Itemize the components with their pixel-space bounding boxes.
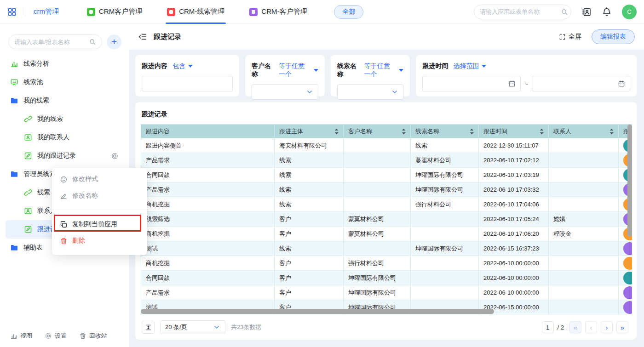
table-row[interactable]: 产品需求线索蔓霍材料公司2022-06-10 17:02:12 (141, 153, 632, 168)
filter-text-input[interactable] (142, 76, 233, 91)
collapse-sidebar-icon[interactable] (138, 32, 147, 41)
sort-icon[interactable] (334, 128, 339, 135)
workspace-title[interactable]: crm管理 (34, 7, 59, 16)
edit-report-button[interactable]: 编辑报表 (592, 29, 635, 44)
context-menu-item[interactable]: 删除 (52, 233, 147, 249)
sidebar-item[interactable]: 我的线索 (6, 91, 123, 110)
user-avatar[interactable]: C (622, 5, 637, 19)
column-header[interactable]: 联系人 (549, 125, 619, 138)
page-count: / 2 (558, 324, 564, 331)
app-tab[interactable]: CRM-线索管理 (155, 0, 237, 24)
vertical-scrollbar[interactable] (627, 125, 632, 237)
table-row[interactable]: 合同回款线索坤曜国际有限公司2022-06-10 17:03:19 (141, 168, 632, 182)
table-cell: 坤曜国际有限公司 (411, 168, 479, 182)
app-tab[interactable]: CRM-客户管理 (237, 0, 319, 24)
calendar-icon[interactable] (508, 80, 516, 87)
filter-select[interactable] (252, 84, 318, 100)
sidebar-item[interactable]: 我的线索 (6, 110, 123, 128)
link-icon (24, 188, 32, 197)
main-content: 跟进记录 全屏 编辑报表 跟进内容包含客户名称等于任意一个线索名称等于任意一个跟… (129, 24, 644, 347)
table-cell: 跟进内容侧首 (141, 138, 275, 153)
filter-card: 线索名称等于任意一个 (331, 55, 410, 97)
sidebar-item-label: 我的跟进记录 (37, 152, 76, 160)
all-apps-pill[interactable]: 全部 (334, 5, 363, 19)
row-height-button[interactable] (142, 321, 155, 334)
filter-operator-dropdown[interactable]: 等于任意一个 (364, 62, 404, 79)
filter-label: 线索名称 (337, 62, 359, 79)
next-page-button[interactable]: › (601, 321, 613, 333)
column-header[interactable]: 跟进时间 (479, 125, 549, 138)
sort-icon[interactable] (610, 128, 614, 135)
filter-select[interactable] (337, 84, 404, 100)
calendar-icon[interactable] (618, 80, 625, 87)
table-row[interactable]: 商机挖掘客户蒙莫材料公司2022-06-10 17:06:20程咬金 (141, 227, 632, 241)
sidebar-search-input[interactable] (14, 39, 89, 46)
filter-operator-dropdown[interactable]: 选择范围 (453, 62, 486, 70)
current-page-box[interactable]: 1 (542, 321, 554, 333)
sidebar-item[interactable]: 我的跟进记录 (6, 147, 123, 165)
table-cell (411, 271, 479, 285)
gear-icon[interactable] (111, 152, 119, 160)
context-menu-item[interactable]: 复制到当前应用 (52, 216, 147, 233)
column-header[interactable]: 跟进主体 (275, 125, 344, 138)
table-row[interactable]: 商机挖掘线索强行材料公司2022-06-10 17:04:06 (141, 197, 632, 212)
sidebar-search[interactable] (8, 34, 102, 49)
table-row[interactable]: 商机挖掘客户强行材料公司2022-06-10 00:00:00 (141, 256, 632, 271)
table-row[interactable]: 测试线索坤曜国际有限公司2022-06-15 16:37:23 (141, 241, 632, 256)
sidebar-footer-recycle-bin[interactable]: 回收站 (79, 332, 107, 340)
bar-chart-icon (10, 60, 18, 68)
first-page-button[interactable]: « (569, 321, 581, 333)
filter-label: 跟进时间 (422, 62, 448, 70)
table-cell: 蒙莫材料公司 (344, 212, 411, 227)
table-row[interactable]: 产品需求线索坤曜国际有限公司2022-06-10 17:03:32 (141, 182, 632, 197)
bell-icon[interactable] (602, 7, 612, 17)
sidebar-item[interactable]: 我的联系人 (6, 128, 123, 147)
date-field[interactable] (427, 80, 508, 87)
chevron-down-icon (213, 324, 220, 331)
sort-icon[interactable] (540, 128, 544, 135)
table-cell (344, 168, 411, 182)
global-search-input[interactable] (480, 8, 561, 15)
global-search[interactable] (474, 5, 571, 19)
table-cell: 产品需求 (141, 285, 275, 300)
last-page-button[interactable]: » (616, 321, 628, 333)
app-tab[interactable]: CRM客户管理 (75, 0, 155, 24)
horizontal-scrollbar[interactable] (141, 309, 494, 314)
context-menu-item[interactable]: 修改样式 (52, 171, 147, 188)
table-row[interactable]: 线索筛选客户蒙莫材料公司2022-06-10 17:05:24嫦娥 (141, 212, 632, 227)
sidebar-item[interactable]: 线索池 (6, 73, 123, 91)
table-cell: 坤曜国际有限公司 (344, 285, 411, 300)
fullscreen-button[interactable]: 全屏 (559, 33, 581, 41)
add-form-button[interactable]: + (107, 34, 121, 49)
sidebar-footer-settings[interactable]: 设置 (45, 332, 67, 340)
sort-icon[interactable] (470, 128, 474, 135)
trash-icon (60, 237, 68, 245)
prev-page-button[interactable]: ‹ (585, 321, 597, 333)
filter-text-field[interactable] (147, 80, 228, 87)
table-cell: 客户 (275, 212, 344, 227)
fullscreen-icon (559, 34, 566, 40)
filter-date-input[interactable] (532, 76, 630, 91)
apps-grid-icon[interactable] (7, 7, 17, 17)
filter-date-input[interactable] (422, 76, 521, 91)
page-size-select[interactable]: 20 条/页 (160, 320, 225, 334)
table-cell: 坤曜国际有限公司 (344, 271, 411, 285)
sidebar-item[interactable]: 线索分析 (6, 55, 123, 73)
table-row[interactable]: 合同回款客户坤曜国际有限公司2022-06-10 00:00:00 (141, 271, 632, 285)
filter-operator-dropdown[interactable]: 包含 (172, 62, 193, 70)
table-cell (411, 212, 479, 227)
table-row[interactable]: 跟进内容侧首海安材料有限公司线索2022-12-30 15:11:07 (141, 138, 632, 153)
table-cell: 坤曜国际有限公司 (411, 182, 479, 197)
date-field[interactable] (537, 80, 618, 87)
contacts-book-icon[interactable] (581, 7, 592, 17)
follower-cell (619, 271, 632, 285)
filter-label: 客户名称 (252, 62, 274, 79)
context-menu-item[interactable]: 修改名称 (52, 188, 147, 204)
column-header[interactable]: 客户名称 (344, 125, 411, 138)
sort-icon[interactable] (402, 128, 406, 135)
table-cell: 蒙莫材料公司 (344, 227, 411, 241)
sidebar-footer-views[interactable]: 视图 (10, 332, 32, 340)
column-header[interactable]: 线索名称 (411, 125, 479, 138)
filter-operator-dropdown[interactable]: 等于任意一个 (279, 62, 318, 79)
table-row[interactable]: 产品需求客户坤曜国际有限公司2022-06-10 00:00:00 (141, 285, 632, 300)
